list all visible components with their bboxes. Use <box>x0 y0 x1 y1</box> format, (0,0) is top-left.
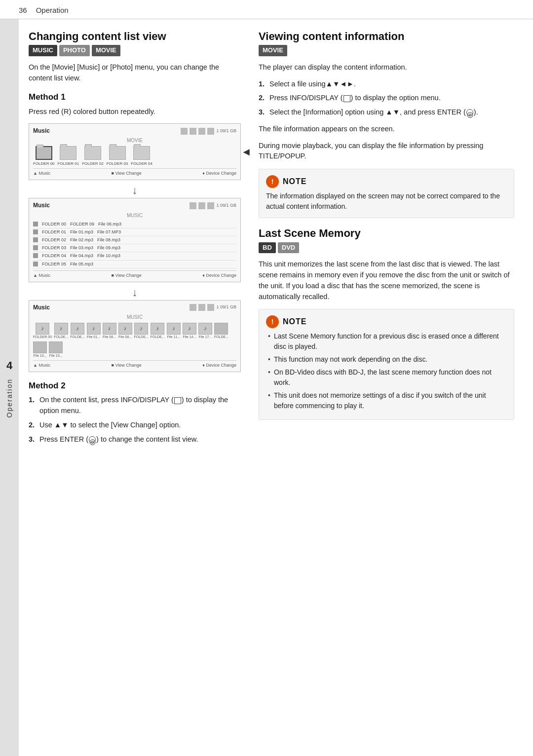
screen-title-3: Music <box>33 303 50 312</box>
enter-icon-1: ◎ <box>89 436 96 443</box>
folder-icon-3 <box>109 146 126 160</box>
bottom-bar-label-2c: ♦ Device Change <box>202 272 236 279</box>
mockup-1: Music 1 09/1 GB MOVIE <box>29 123 241 181</box>
list-cell-3c: File 08.mp3 <box>97 237 120 243</box>
screen-bottom-bar-2: ▲ Music ■ View Change ♦ Device Change <box>33 270 236 279</box>
screen-icons-2: 1 09/1 GB <box>190 202 236 209</box>
arrow-down-2: ↓ <box>29 287 241 298</box>
thumb-label-8: FOLDE... <box>151 335 165 340</box>
thumb-icon-5: ♪ <box>103 323 116 335</box>
screen-icons-3: 1 09/1 GB <box>190 304 236 311</box>
folder-item-selected: FOLDER 00 <box>33 146 55 167</box>
list-row-1: FOLDER 00 FOLDER 09 File 06.mp3 <box>33 221 236 228</box>
method2-step-3: 3. Press ENTER (◎) to change the content… <box>29 434 241 445</box>
thumb-13: File 10... <box>33 341 47 358</box>
screen-icon-1d <box>207 128 214 135</box>
screen-thumbs: ♪ FOLDER 00 ♪ FOLDE... ♪ FOLDE... <box>33 323 236 358</box>
right-viewing-tags: MOVIE <box>259 45 514 56</box>
thumb-14: File 10... <box>49 341 63 358</box>
bottom-bar-label-1b: ■ View Change <box>111 170 141 177</box>
screen-icon-3c <box>207 304 214 311</box>
screen-bottom-bar-3: ▲ Music ■ View Change ♦ Device Change <box>33 360 236 369</box>
folder-label-3: FOLDER 03 <box>107 161 128 167</box>
screen-breadcrumb-2: MUSIC <box>33 212 236 220</box>
step-num-2: 2. <box>29 420 35 431</box>
left-tags: MUSIC PHOTO MOVIE <box>29 45 241 56</box>
thumb-label-12: FOLDE... <box>214 335 228 340</box>
list-cell-2c: File 07.MP3 <box>97 229 121 235</box>
screen-top-bar-1: Music 1 09/1 GB <box>33 127 236 135</box>
bottom-bar-label-2b: ■ View Change <box>111 272 141 279</box>
screen-icon-1a <box>181 128 188 135</box>
method2-heading: Method 2 <box>29 380 241 392</box>
method1-body: Press red (R) colored button repeatedly. <box>29 107 241 117</box>
list-icon-5 <box>33 253 38 258</box>
folder-label-2: FOLDER 02 <box>82 161 104 167</box>
thumb-5: ♪ File 06... <box>103 323 116 340</box>
list-row-5: FOLDER 04 File 04.mp3 File 10.mp3 <box>33 252 236 260</box>
thumb-label-4: File 01... <box>87 335 100 340</box>
folder-label-selected: FOLDER 00 <box>33 161 55 167</box>
note-bullet-4: This unit does not memorize settings of … <box>266 390 507 411</box>
screen-icons-1: 1 09/1 GB <box>181 128 236 135</box>
list-icon-6 <box>33 262 38 266</box>
folder-item-4: FOLDER 04 <box>131 146 152 167</box>
thumb-icon-4: ♪ <box>87 323 101 335</box>
note-title-1: NOTE <box>283 176 306 188</box>
bottom-bar-label-3c: ♦ Device Change <box>202 362 236 369</box>
screen-folders-1: FOLDER 00 FOLDER 01 FOLDER 02 <box>33 146 236 167</box>
list-icon-1 <box>33 222 38 227</box>
page-number: 36 <box>19 5 27 16</box>
note-header-1: ! NOTE <box>266 175 507 188</box>
bottom-bar-label-2a: ▲ Music <box>33 272 50 279</box>
note-text-1: The information displayed on the screen … <box>266 191 507 212</box>
page-header: 36 Operation <box>0 0 533 19</box>
thumb-9: ♪ File 11... <box>167 323 181 340</box>
left-section-heading: Changing content list view <box>29 30 241 43</box>
header-section-title: Operation <box>36 5 69 16</box>
thumb-7: ♪ FOLDE... <box>134 323 149 340</box>
screen-title-2: Music <box>33 201 50 210</box>
thumb-6: ♪ File 08... <box>118 323 132 340</box>
list-icon-4 <box>33 245 38 250</box>
screen-icon-1c <box>198 128 205 135</box>
thumb-icon-8: ♪ <box>151 323 164 335</box>
folder-item-3: FOLDER 03 <box>107 146 128 167</box>
sidebar: 4 Operation <box>0 19 19 756</box>
list-cell-5a: FOLDER 04 <box>42 253 66 259</box>
thumb-label-9: File 11... <box>167 335 180 340</box>
list-cell-3a: FOLDER 02 <box>42 237 66 243</box>
list-cell-5c: File 10.mp3 <box>97 253 120 259</box>
thumb-label-13: File 10... <box>34 353 47 358</box>
viewing-step-num-1: 1. <box>259 79 265 90</box>
viewing-step-1: 1. Select a file using▲▼◄►. <box>259 79 514 90</box>
folder-label-4: FOLDER 04 <box>131 161 152 167</box>
thumb-label-5: File 06... <box>103 335 116 340</box>
screen-mockup-list: Music 1 09/1 GB MUSIC <box>29 198 241 282</box>
thumb-icon-11: ♪ <box>198 323 212 335</box>
list-cell-4a: FOLDER 03 <box>42 245 66 251</box>
list-row-6: FOLDER 05 File 05.mp3 <box>33 261 236 268</box>
screen-bottom-bar-1: ▲ Music ■ View Change ♦ Device Change <box>33 168 236 177</box>
note-bullet-1: Last Scene Memory function for a previou… <box>266 331 507 352</box>
screen-mockup-folder: Music 1 09/1 GB MOVIE <box>29 123 241 181</box>
thumb-10: ♪ File 14... <box>183 323 196 340</box>
screen-list: FOLDER 00 FOLDER 09 File 06.mp3 FOLDER 0… <box>33 221 236 268</box>
list-cell-4b: File 03.mp3 <box>70 245 93 251</box>
screen-icon-3b <box>198 304 205 311</box>
note-icon-1: ! <box>266 175 279 188</box>
left-intro-text: On the [Movie] [Music] or [Photo] menu, … <box>29 62 241 84</box>
thumb-icon-9: ♪ <box>167 323 181 335</box>
screen-top-bar-2: Music 1 09/1 GB <box>33 201 236 210</box>
screen-icon-1b <box>190 128 196 135</box>
method1-heading: Method 1 <box>29 91 241 104</box>
list-cell-4c: File 09.mp3 <box>97 245 120 251</box>
sidebar-label: Operation <box>4 378 14 417</box>
list-cell-1c: File 06.mp3 <box>98 221 121 227</box>
last-scene-body: This unit memorizes the last scene from … <box>259 259 514 302</box>
thumb-label-2: FOLDE... <box>54 335 68 340</box>
tag-music: MUSIC <box>29 45 57 56</box>
list-row-2: FOLDER 01 File 01.mp3 File 07.MP3 <box>33 228 236 236</box>
folder-item-1: FOLDER 01 <box>58 146 79 167</box>
thumb-icon-3: ♪ <box>71 323 84 335</box>
